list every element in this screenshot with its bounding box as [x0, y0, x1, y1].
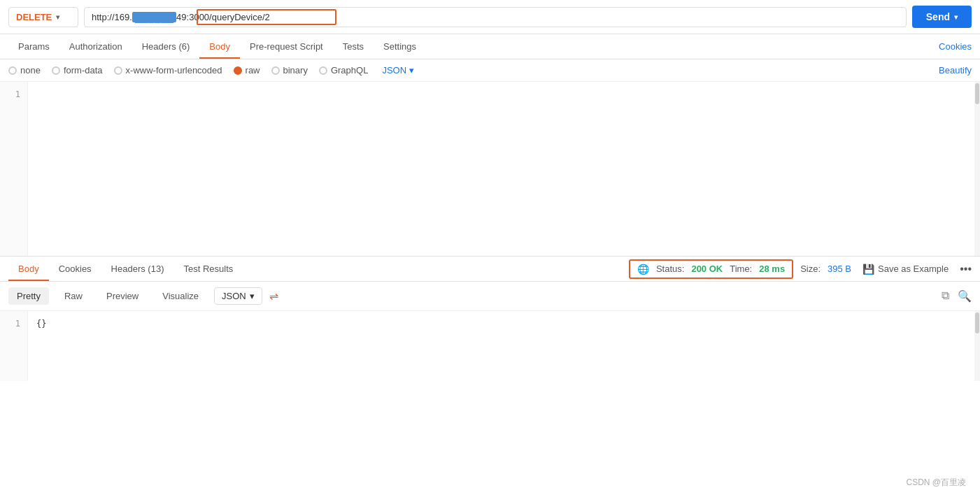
status-label: Status:: [656, 264, 684, 274]
radio-none-dot: [8, 66, 17, 75]
response-tab-cookies[interactable]: Cookies: [49, 257, 101, 281]
url-masked-segment: ██████: [132, 12, 176, 22]
radio-raw-dot: [234, 66, 242, 75]
tab-prerequest[interactable]: Pre-request Script: [240, 34, 333, 59]
send-label: Send: [926, 11, 950, 22]
globe-icon: 🌐: [637, 264, 649, 275]
response-scrollbar[interactable]: [974, 311, 980, 381]
response-code-editor: 1 {}: [0, 311, 980, 381]
response-tab-body[interactable]: Body: [8, 257, 49, 281]
response-tabs-bar: Body Cookies Headers (13) Test Results 🌐…: [0, 257, 980, 282]
response-status-bar: 🌐 Status: 200 OK Time: 28 ms Size: 395 B…: [629, 259, 972, 279]
send-button[interactable]: Send ▾: [912, 6, 972, 28]
method-label: DELETE: [16, 12, 52, 22]
method-dropdown[interactable]: DELETE ▾: [8, 7, 78, 27]
tab-headers[interactable]: Headers (6): [132, 34, 200, 59]
body-option-none[interactable]: none: [8, 65, 41, 75]
response-tab-test-results[interactable]: Test Results: [173, 257, 243, 281]
radio-binary-dot: [271, 66, 280, 75]
request-tabs-bar: Params Authorization Headers (6) Body Pr…: [0, 34, 980, 59]
body-option-raw[interactable]: raw: [234, 65, 260, 75]
tab-params[interactable]: Params: [8, 34, 59, 59]
body-option-formdata[interactable]: form-data: [52, 65, 103, 75]
body-options-bar: none form-data x-www-form-urlencoded raw…: [0, 59, 980, 82]
save-icon: 💾: [862, 264, 874, 275]
response-scrollbar-thumb: [975, 312, 979, 333]
format-pretty-button[interactable]: Pretty: [8, 287, 49, 305]
json-type-dropdown[interactable]: JSON ▾: [382, 65, 414, 75]
tab-tests[interactable]: Tests: [333, 34, 374, 59]
request-scrollbar[interactable]: [974, 82, 980, 256]
format-visualize-button[interactable]: Visualize: [154, 287, 207, 305]
send-chevron-icon: ▾: [954, 13, 958, 21]
url-suffix: 49:3000/queryDevice/2: [176, 12, 270, 22]
body-option-binary[interactable]: binary: [271, 65, 308, 75]
method-chevron-icon: ▾: [56, 13, 59, 21]
request-bar: DELETE ▾ http://169. ██████ 49:3000/quer…: [0, 0, 980, 34]
save-example-button[interactable]: 💾 Save as Example: [858, 264, 953, 275]
body-option-urlencoded[interactable]: x-www-form-urlencoded: [114, 65, 222, 75]
json-type-chevron-icon: ▾: [409, 65, 414, 75]
url-prefix: http://169.: [92, 12, 132, 22]
request-line-numbers: 1: [0, 82, 28, 256]
response-json-label: JSON: [222, 291, 246, 301]
size-value: 395 B: [828, 264, 851, 274]
search-icon[interactable]: 🔍: [958, 289, 972, 303]
time-value: 28 ms: [759, 264, 785, 274]
response-json-dropdown[interactable]: JSON ▾: [214, 287, 262, 305]
request-code-editor: 1: [0, 82, 980, 257]
tab-body[interactable]: Body: [199, 34, 240, 59]
status-value: 200 OK: [691, 264, 723, 274]
request-scrollbar-thumb: [975, 83, 979, 104]
response-format-bar: Pretty Raw Preview Visualize JSON ▾ ⇌ ⧉ …: [0, 282, 980, 311]
status-info-box: 🌐 Status: 200 OK Time: 28 ms: [629, 259, 793, 279]
response-tab-headers[interactable]: Headers (13): [101, 257, 174, 281]
more-options-icon[interactable]: •••: [960, 263, 972, 275]
size-label: Size:: [800, 264, 821, 274]
response-code-content[interactable]: {}: [28, 311, 974, 381]
response-json-chevron-icon: ▾: [250, 291, 255, 301]
time-label: Time:: [730, 264, 752, 274]
url-bar: http://169. ██████ 49:3000/queryDevice/2: [84, 7, 907, 27]
format-raw-button[interactable]: Raw: [56, 287, 91, 305]
request-code-content[interactable]: [28, 82, 974, 256]
radio-formdata-dot: [52, 66, 60, 75]
beautify-button[interactable]: Beautify: [939, 65, 972, 75]
wrap-icon[interactable]: ⇌: [269, 289, 278, 303]
response-line-number-1: 1: [7, 317, 20, 331]
radio-graphql-dot: [319, 66, 327, 75]
body-option-graphql[interactable]: GraphQL: [319, 65, 368, 75]
radio-urlencoded-dot: [114, 66, 122, 75]
copy-icon[interactable]: ⧉: [942, 289, 949, 303]
response-format-right: ⧉ 🔍: [942, 289, 972, 303]
response-line-numbers: 1: [0, 311, 28, 381]
save-example-label: Save as Example: [878, 264, 949, 274]
line-number-1: 1: [7, 87, 20, 101]
tab-authorization[interactable]: Authorization: [59, 34, 132, 59]
response-code-text: {}: [36, 319, 46, 329]
tab-settings[interactable]: Settings: [374, 34, 426, 59]
json-type-label: JSON: [382, 65, 406, 75]
cookies-link[interactable]: Cookies: [939, 41, 972, 52]
format-preview-button[interactable]: Preview: [98, 287, 147, 305]
